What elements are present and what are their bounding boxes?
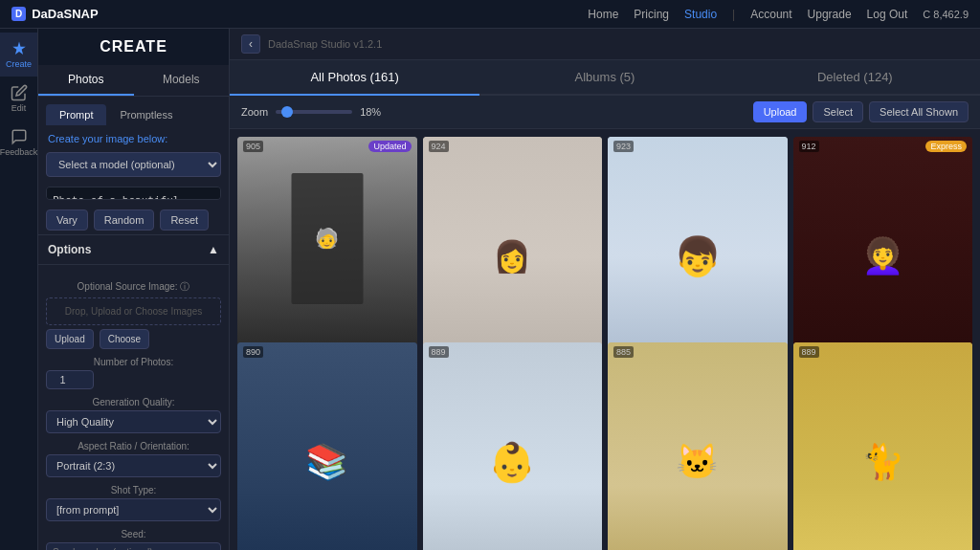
quality-select[interactable]: High Quality xyxy=(46,410,221,433)
item-number: 885 xyxy=(613,346,634,358)
seed-label: Seed: xyxy=(46,529,221,539)
nav-studio[interactable]: Studio xyxy=(684,8,717,21)
aspect-label: Aspect Ratio / Orientation: xyxy=(46,441,221,451)
zoom-label: Zoom xyxy=(241,106,268,118)
item-number: 923 xyxy=(613,141,634,152)
nav-logout[interactable]: Log Out xyxy=(867,8,908,21)
item-number: 912 xyxy=(799,141,819,152)
sidebar-panel: CREATE Photos Models Prompt Promptless C… xyxy=(38,29,230,550)
item-number: 890 xyxy=(243,346,263,358)
nav-account[interactable]: Account xyxy=(750,8,791,21)
nav-home[interactable]: Home xyxy=(588,8,618,21)
num-photos-input[interactable] xyxy=(46,370,94,389)
toolbar-buttons: Upload Select Select All Shown xyxy=(753,101,969,122)
source-image-label: Optional Source Image: ⓘ xyxy=(46,280,221,294)
tab-deleted[interactable]: Deleted (124) xyxy=(730,60,980,94)
collapse-button[interactable]: ‹ xyxy=(241,34,260,54)
sidebar-item-feedback[interactable]: Feedback xyxy=(0,121,37,165)
feedback-icon xyxy=(11,128,28,145)
gallery-item[interactable]: 🐈 889 November 8, 2024 xyxy=(793,342,973,550)
zoom-slider[interactable] xyxy=(276,110,352,114)
item-badge: Updated xyxy=(368,141,411,152)
tab-prompt[interactable]: Prompt xyxy=(46,104,106,125)
options-section: Optional Source Image: ⓘ Drop, Upload or… xyxy=(38,265,229,550)
create-label: Create your image below: xyxy=(38,125,229,148)
upload-photos-button[interactable]: Upload xyxy=(753,101,808,122)
vary-button[interactable]: Vary xyxy=(46,209,88,231)
upload-button[interactable]: Upload xyxy=(46,329,94,349)
gallery-toolbar: Zoom 18% Upload Select Select All Shown xyxy=(230,96,980,129)
prompt-tabs: Prompt Promptless xyxy=(38,97,229,125)
gallery-item[interactable]: 👦 923 November 9, 2024 xyxy=(608,137,788,376)
main-content: ‹ DadaSnap Studio v1.2.1 All Photos (161… xyxy=(230,29,980,550)
nav-upgrade[interactable]: Upgrade xyxy=(808,8,852,21)
select-all-button[interactable]: Select All Shown xyxy=(869,101,969,122)
gallery-item[interactable]: 👩 924 November 11, 2024 xyxy=(423,137,603,376)
edit-icon xyxy=(11,84,28,101)
prompt-textarea[interactable] xyxy=(46,187,221,200)
drop-zone[interactable]: Drop, Upload or Choose Images xyxy=(46,297,221,325)
gallery-item[interactable]: 🧓 905 Updated November 11, 2024 xyxy=(237,137,417,376)
gallery-item[interactable]: 📚 890 November 8, 2024 xyxy=(237,342,417,550)
gallery-item[interactable]: 👶 889 November 8, 2024 xyxy=(423,342,603,550)
sidebar-tabs: Photos Models xyxy=(38,65,229,97)
sidebar-item-edit[interactable]: Edit xyxy=(0,77,37,121)
item-number: 889 xyxy=(799,346,819,358)
icon-bar: Create Edit Feedback xyxy=(0,29,38,550)
options-title: Options xyxy=(48,243,91,256)
item-number: 905 xyxy=(243,141,263,152)
options-header[interactable]: Options ▲ xyxy=(38,234,229,265)
tab-photos[interactable]: Photos xyxy=(38,65,134,96)
zoom-controls: Zoom 18% xyxy=(241,106,381,118)
tab-promptless[interactable]: Promptless xyxy=(106,104,186,125)
reset-button[interactable]: Reset xyxy=(160,209,209,231)
nav-pricing[interactable]: Pricing xyxy=(634,8,669,21)
item-number: 889 xyxy=(429,346,449,358)
sidebar-item-create[interactable]: Create xyxy=(0,33,37,77)
choose-button[interactable]: Choose xyxy=(100,329,149,349)
tab-all-photos[interactable]: All Photos (161) xyxy=(230,60,479,94)
quality-label: Generation Quality: xyxy=(46,397,221,407)
credits-display: C 8,462.9 xyxy=(923,9,969,20)
gallery-grid: 🧓 905 Updated November 11, 2024 👩 924 No… xyxy=(230,129,980,550)
sidebar-header: CREATE xyxy=(38,29,229,65)
item-number: 924 xyxy=(429,141,449,152)
shot-label: Shot Type: xyxy=(46,485,221,495)
feedback-label: Feedback xyxy=(0,147,37,157)
logo-text: DaDaSNAP xyxy=(32,7,98,21)
shot-select[interactable]: [from prompt] xyxy=(46,498,221,521)
logo-icon: D xyxy=(11,7,26,21)
nav-separator: | xyxy=(732,8,735,21)
top-navigation: D DaDaSNAP Home Pricing Studio | Account… xyxy=(0,0,980,29)
item-badge: Express xyxy=(925,141,967,152)
tab-albums[interactable]: Albums (5) xyxy=(479,60,729,94)
main-layout: Create Edit Feedback CREATE Photos Model… xyxy=(0,29,980,550)
nav-links: Home Pricing Studio | Account Upgrade Lo… xyxy=(588,8,969,21)
zoom-value: 18% xyxy=(360,106,381,118)
logo: D DaDaSNAP xyxy=(11,7,99,21)
create-label: Create xyxy=(6,59,32,69)
model-select[interactable]: Select a model (optional) xyxy=(46,152,221,177)
content-tabs: All Photos (161) Albums (5) Deleted (124… xyxy=(230,60,980,96)
tab-models[interactable]: Models xyxy=(134,65,230,96)
random-button[interactable]: Random xyxy=(94,209,155,231)
edit-label: Edit xyxy=(11,103,27,113)
gallery-item[interactable]: 👩‍🦱 912 Express November 8, 2024 xyxy=(793,137,973,376)
seed-input[interactable] xyxy=(46,542,221,550)
aspect-select[interactable]: Portrait (2:3) xyxy=(46,454,221,477)
prompt-buttons: Vary Random Reset xyxy=(38,206,229,234)
num-photos-label: Number of Photos: xyxy=(46,357,221,367)
options-chevron-icon: ▲ xyxy=(208,243,219,256)
create-icon xyxy=(11,40,28,57)
studio-header: ‹ DadaSnap Studio v1.2.1 xyxy=(230,29,980,60)
studio-version: DadaSnap Studio v1.2.1 xyxy=(268,38,382,50)
gallery-item[interactable]: 🐱 885 November 8, 2024 xyxy=(608,342,788,550)
select-button[interactable]: Select xyxy=(813,101,863,122)
